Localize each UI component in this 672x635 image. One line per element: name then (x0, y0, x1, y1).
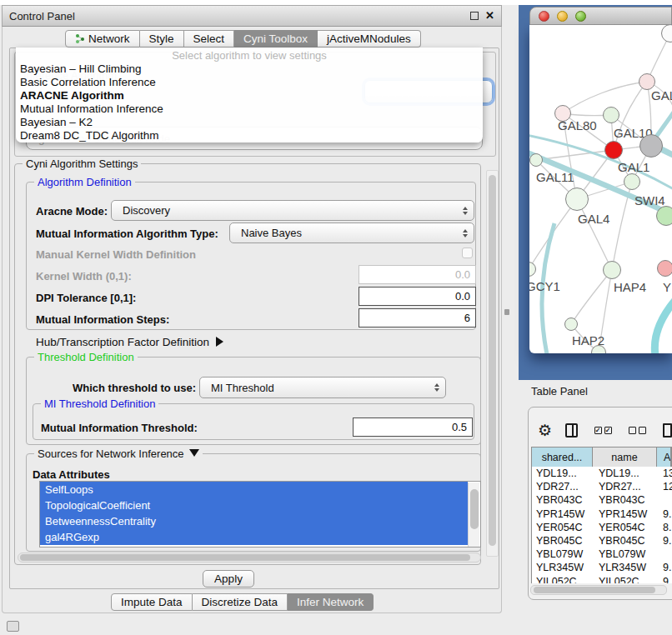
table-row[interactable]: YDL19...YDL19...13 (532, 467, 672, 480)
kernel-width-value: 0.0 (455, 268, 470, 281)
attribute-item-topologicalcoefficient[interactable]: TopologicalCoefficient (40, 498, 468, 513)
panel-splitter-handle[interactable] (504, 309, 509, 315)
dock-panel-icon[interactable] (7, 621, 19, 632)
attribute-item-gal4rgexp[interactable]: gal4RGexp (40, 529, 468, 545)
tab-select[interactable]: Select (184, 30, 235, 48)
tab-infer-network[interactable]: Infer Network (288, 593, 374, 611)
table-cell[interactable]: YDL19... (593, 467, 657, 480)
column-header-clipped[interactable]: A (657, 448, 671, 467)
table-row[interactable]: YDR27...YDR27...12 (532, 480, 672, 493)
table-row[interactable]: YBR045CYBR045C9. (532, 534, 672, 548)
network-node-hap2[interactable] (564, 318, 578, 331)
table-cell[interactable]: YDR27... (532, 480, 593, 493)
algorithm-option-basic-correlation-inference[interactable]: Basic Correlation Inference (16, 76, 483, 89)
table-cell[interactable]: 9 (657, 575, 672, 584)
network-view-canvas[interactable]: GALGAL80GAL10GAL1GAL11SWI4GAL4GCY1HAP4YH… (529, 25, 672, 353)
manual-kernel-checkbox[interactable] (462, 248, 473, 258)
table-cell[interactable]: 12 (657, 480, 672, 493)
gear-icon[interactable]: ⚙ (538, 421, 552, 440)
network-window-titlebar[interactable] (529, 7, 672, 25)
settings-vscroll-thumb[interactable] (489, 175, 496, 546)
table-cell[interactable] (657, 493, 672, 507)
mi-threshold-field[interactable]: 0.5 (353, 418, 473, 437)
network-node[interactable] (604, 141, 623, 159)
hub-definition-expander[interactable]: Hub/Transcription Factor Definition (36, 336, 223, 348)
table-cell[interactable]: YLR345W (593, 561, 657, 574)
table-cell[interactable]: YDR27... (593, 480, 657, 493)
network-node-y[interactable] (657, 260, 672, 277)
table-row[interactable]: YLR345WYLR345W9. (532, 561, 672, 574)
table-cell[interactable]: YBR045C (593, 534, 657, 548)
network-node-swi4[interactable] (656, 206, 672, 226)
table-cell[interactable]: YBR043C (532, 493, 593, 507)
table-cell[interactable]: 9. (657, 561, 672, 574)
settings-hscroll-thumb[interactable] (20, 554, 470, 561)
algorithm-option-bayesian-k2[interactable]: Bayesian – K2 (16, 116, 483, 129)
mi-steps-field[interactable]: 6 (359, 308, 476, 328)
network-node-gal4[interactable] (565, 188, 589, 211)
float-window-icon[interactable] (470, 12, 479, 20)
columns-icon[interactable] (565, 423, 578, 438)
table-row[interactable]: YER054CYER054C8. (532, 521, 672, 534)
export-table-icon[interactable] (663, 423, 672, 438)
table-cell[interactable]: YPR145W (593, 508, 657, 521)
close-traffic-light-icon[interactable] (539, 11, 549, 22)
network-node-gal11[interactable] (529, 153, 543, 167)
table-cell[interactable]: YIL052C (593, 575, 657, 584)
table-cell[interactable]: YLR345W (532, 561, 593, 574)
tab-impute-data[interactable]: Impute Data (111, 593, 193, 611)
attributes-scrollbar-thumb[interactable] (470, 489, 479, 529)
table-cell[interactable]: YBR045C (532, 534, 593, 548)
algorithm-option-bayesian-hill-climbing[interactable]: Bayesian – Hill Climbing (16, 62, 483, 76)
table-cell[interactable]: YDL19... (532, 467, 593, 480)
table-cell[interactable]: YBL079W (593, 548, 657, 561)
column-header-shared-name[interactable]: shared... (532, 448, 593, 467)
table-row[interactable]: YPR145WYPR145W9. (532, 508, 672, 521)
table-row[interactable]: YBL079WYBL079W (532, 548, 672, 561)
minimize-traffic-light-icon[interactable] (557, 11, 568, 22)
table-row[interactable]: YIL052CYIL052C9 (532, 575, 672, 584)
table-cell[interactable]: YER054C (532, 521, 593, 534)
tab-cyni-toolbox[interactable]: Cyni Toolbox (234, 30, 318, 48)
attribute-item-selfloops[interactable]: SelfLoops (40, 482, 468, 498)
table-cell[interactable]: YBL079W (532, 548, 593, 561)
algorithm-option-mutual-information-inference[interactable]: Mutual Information Inference (16, 102, 483, 116)
network-node-hap4[interactable] (603, 261, 621, 279)
column-header-name[interactable]: name (593, 448, 657, 467)
table-cell[interactable]: 9. (657, 508, 672, 521)
deselect-all-columns-icon[interactable] (629, 427, 646, 434)
node-label-gal80: GAL80 (558, 118, 597, 132)
network-node-gal1[interactable] (624, 173, 640, 190)
table-cell[interactable]: 8. (657, 521, 672, 534)
tab-network[interactable]: Network (65, 30, 140, 48)
table-cell[interactable]: YPR145W (532, 508, 593, 521)
zoom-traffic-light-icon[interactable] (575, 11, 586, 22)
which-threshold-combo[interactable]: MI Threshold (199, 377, 446, 398)
tab-discretize-data[interactable]: Discretize Data (193, 593, 288, 611)
table-cell[interactable]: YER054C (593, 521, 657, 534)
table-row[interactable]: YBR043CYBR043C (532, 493, 672, 507)
table-hscroll-thumb[interactable] (534, 587, 655, 593)
attributes-list-scrollbar (468, 482, 479, 548)
select-all-columns-icon[interactable] (594, 427, 612, 434)
close-icon[interactable]: ✕ (485, 12, 494, 20)
algorithm-option-aracne-algorithm[interactable]: ARACNE Algorithm (16, 89, 483, 102)
tab-style[interactable]: Style (140, 30, 184, 48)
table-cell[interactable]: YIL052C (532, 575, 593, 584)
table-cell[interactable]: 9. (657, 534, 672, 548)
tab-jactivemnodules[interactable]: jActiveMNodules (318, 30, 421, 48)
algorithm-option-dream8-dc-tdc-algorithm[interactable]: Dream8 DC_TDC Algorithm (16, 129, 483, 142)
kernel-width-field[interactable]: 0.0 (359, 265, 476, 284)
network-node-gal10[interactable] (603, 107, 619, 123)
table-cell[interactable] (657, 548, 672, 561)
mi-algorithm-type-combo[interactable]: Naive Bayes (229, 222, 474, 243)
dpi-tolerance-field[interactable]: 0.0 (359, 287, 476, 306)
network-node-gal[interactable] (639, 73, 655, 90)
aracne-mode-combo[interactable]: Discovery (111, 200, 474, 221)
table-cell[interactable]: YBR043C (593, 493, 657, 507)
data-attributes-list[interactable]: SelfLoopsTopologicalCoefficientBetweenne… (39, 481, 481, 548)
table-cell[interactable]: 13 (657, 467, 672, 480)
apply-button[interactable]: Apply (203, 570, 254, 588)
attribute-item-betweennesscentrality[interactable]: BetweennessCentrality (40, 513, 468, 529)
network-node[interactable] (639, 134, 663, 158)
